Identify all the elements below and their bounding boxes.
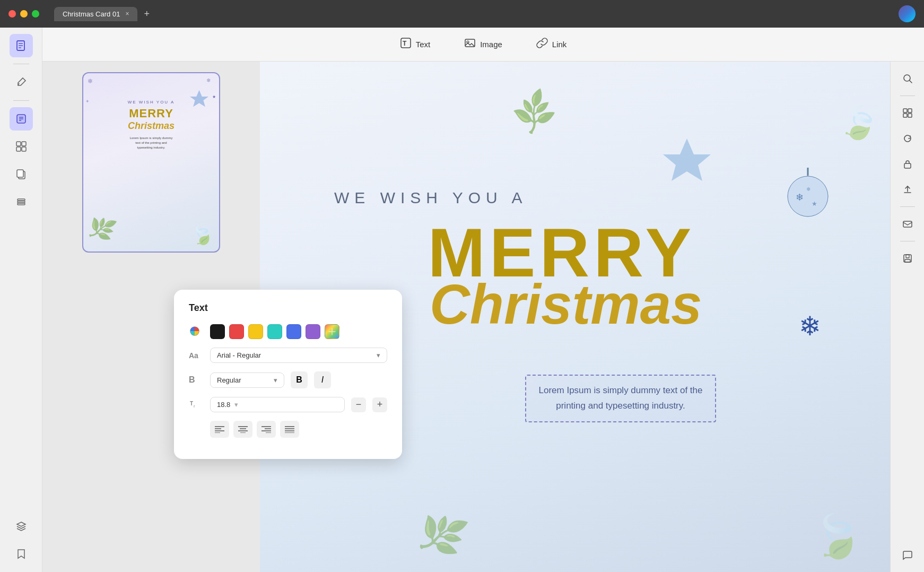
canvas-area: T Text Image	[42, 28, 924, 572]
align-right-button[interactable]	[257, 421, 276, 438]
color-swatches	[210, 324, 339, 339]
tab-christmas-card[interactable]: Christmas Card 01 ×	[54, 7, 137, 21]
sidebar-icon-bookmark[interactable]	[10, 542, 33, 566]
weight-arrow-icon: ▾	[274, 376, 277, 384]
link-tool-button[interactable]: Link	[528, 33, 576, 56]
toolbar: T Text Image	[42, 28, 924, 62]
deco-star	[663, 136, 711, 194]
search-icon[interactable]	[897, 68, 918, 89]
bold-button[interactable]: B	[291, 371, 308, 388]
align-justify-button[interactable]	[280, 421, 299, 438]
svg-rect-11	[22, 147, 26, 151]
font-row: Aa Arial - Regular ▾	[189, 348, 387, 363]
card-christmas: Christmas	[430, 276, 702, 332]
svg-rect-14	[18, 199, 25, 201]
font-icon: Aa	[189, 351, 204, 360]
thumb-leaf-bottom-right: 🍃	[188, 222, 216, 249]
thumb-snowflake-3: ✦	[85, 99, 90, 104]
sidebar-icon-brush[interactable]	[10, 71, 33, 94]
lock-icon[interactable]	[897, 153, 918, 175]
sidebar-icon-copy[interactable]	[10, 162, 33, 186]
size-row: T r 18.8 ▾ − +	[189, 397, 387, 412]
text-panel-title: Text	[189, 302, 387, 314]
svg-text:❄: ❄	[796, 192, 804, 203]
align-center-button[interactable]	[233, 421, 252, 438]
card-we-wish: WE WISH YOU A	[334, 189, 527, 207]
deco-snowflake: ❄	[799, 311, 821, 342]
tab-add-button[interactable]: +	[144, 8, 150, 20]
main-area: T Text Image	[0, 28, 924, 572]
font-arrow-icon: ▾	[377, 351, 380, 359]
close-button[interactable]	[8, 10, 16, 18]
chat-icon[interactable]	[897, 544, 918, 566]
minimize-button[interactable]	[20, 10, 28, 18]
svg-rect-51	[908, 109, 912, 112]
font-select[interactable]: Arial - Regular ▾	[210, 348, 387, 363]
color-more[interactable]	[325, 324, 339, 339]
svg-rect-13	[17, 170, 23, 177]
text-tool-icon: T	[400, 37, 412, 51]
size-decrease-button[interactable]: −	[351, 397, 366, 412]
font-name-label: Arial - Regular	[217, 351, 261, 359]
svg-text:❄: ❄	[806, 186, 810, 192]
color-black[interactable]	[210, 324, 225, 339]
color-blue[interactable]	[286, 324, 301, 339]
thumb-merry: MERRY	[129, 107, 173, 120]
bold-indicator: B	[189, 375, 204, 385]
thumb-snowflake-2: ❄	[206, 77, 211, 83]
email-icon[interactable]	[897, 213, 918, 235]
tab-title: Christmas Card 01	[63, 10, 120, 18]
leaf-top-left: 🌿	[508, 86, 561, 138]
sidebar-icon-stack[interactable]	[10, 190, 33, 213]
text-panel: Text	[174, 290, 402, 459]
right-sidebar	[890, 62, 924, 572]
svg-rect-53	[908, 114, 912, 117]
right-divider-3	[900, 241, 915, 241]
text-tool-label: Text	[416, 40, 431, 49]
upload-icon[interactable]	[897, 179, 918, 200]
maximize-button[interactable]	[32, 10, 39, 18]
thumb-we-wish: WE WISH YOU A	[128, 100, 175, 105]
refresh-icon[interactable]	[897, 128, 918, 149]
size-value: 18.8	[217, 401, 230, 409]
thumb-leaf-bottom: 🌿	[85, 212, 118, 245]
image-tool-button[interactable]: Image	[456, 33, 511, 56]
text-tool-button[interactable]: T Text	[391, 33, 439, 56]
align-left-button[interactable]	[210, 421, 229, 438]
weight-select[interactable]: Regular ▾	[210, 372, 284, 388]
link-tool-icon	[536, 37, 548, 51]
size-input[interactable]: 18.8 ▾	[210, 397, 345, 412]
color-red[interactable]	[229, 324, 244, 339]
svg-text:r: r	[194, 404, 195, 409]
titlebar: Christmas Card 01 × +	[0, 0, 924, 28]
leaf-top-right: 🍃	[836, 101, 882, 145]
svg-text:T: T	[190, 401, 193, 406]
ocr-icon[interactable]	[897, 102, 918, 124]
color-icon	[189, 325, 204, 339]
size-increase-button[interactable]: +	[372, 397, 387, 412]
italic-button[interactable]: I	[314, 371, 331, 388]
avatar[interactable]	[899, 5, 916, 22]
size-icon: T r	[189, 398, 204, 411]
svg-rect-52	[903, 114, 907, 117]
leaf-bottom-left: 🌿	[413, 506, 472, 563]
sidebar-icon-edit[interactable]	[10, 107, 33, 131]
sidebar-bottom	[10, 515, 33, 566]
leaf-bottom-right: 🍃	[807, 507, 868, 566]
svg-marker-21	[190, 90, 208, 107]
color-teal[interactable]	[267, 324, 282, 339]
color-purple[interactable]	[306, 324, 320, 339]
card-lorem[interactable]: Lorem Ipsum is simply dummy text of the …	[525, 375, 716, 422]
sidebar-icon-layers[interactable]	[10, 515, 33, 538]
thumb-star-right: ★	[212, 94, 216, 99]
svg-marker-41	[663, 138, 711, 181]
tab-close-icon[interactable]: ×	[125, 10, 129, 18]
card-thumbnail[interactable]: ❄ ❄ ✦ ★ 🌿 🍃 WE WISH YOU A MERRY Christma…	[82, 72, 220, 253]
svg-rect-15	[18, 201, 25, 203]
svg-rect-16	[18, 203, 25, 205]
sidebar-icon-pages[interactable]	[10, 34, 33, 57]
save-icon[interactable]	[897, 248, 918, 269]
svg-rect-57	[906, 255, 909, 258]
color-yellow[interactable]	[248, 324, 263, 339]
sidebar-icon-template[interactable]	[10, 135, 33, 158]
